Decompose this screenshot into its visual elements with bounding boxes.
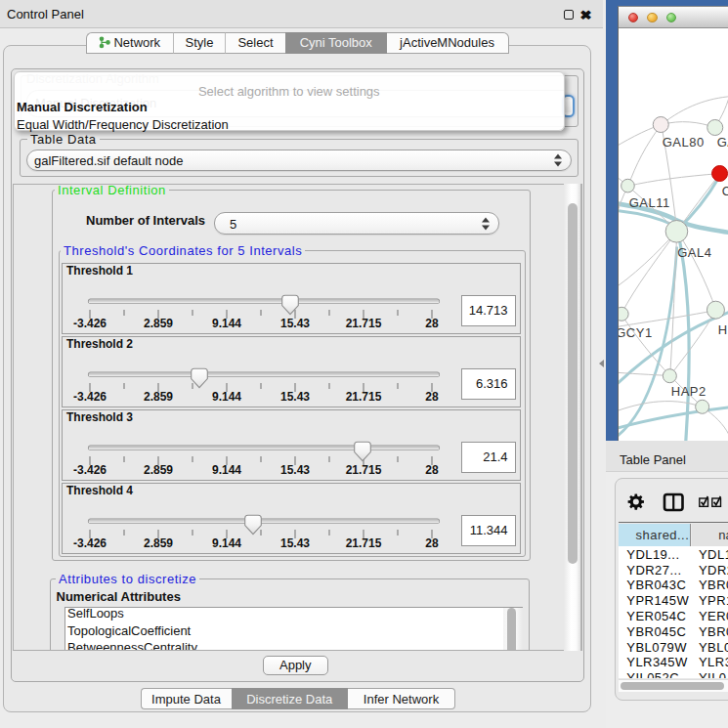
svg-text:15.43: 15.43: [280, 463, 310, 477]
svg-text:21.715: 21.715: [346, 463, 382, 477]
svg-text:H: H: [717, 321, 727, 336]
svg-text:2.859: 2.859: [144, 536, 173, 550]
svg-text:28: 28: [425, 536, 439, 550]
svg-text:21.715: 21.715: [346, 390, 382, 404]
svg-text:15.43: 15.43: [280, 390, 310, 404]
svg-text:9.144: 9.144: [212, 317, 241, 330]
svg-text:GCY1: GCY1: [619, 324, 653, 339]
svg-text:28: 28: [425, 463, 439, 477]
svg-text:21.715: 21.715: [346, 317, 382, 330]
svg-text:GAL4: GAL4: [677, 245, 711, 260]
svg-text:2.859: 2.859: [144, 463, 173, 477]
svg-text:9.144: 9.144: [212, 536, 241, 550]
svg-text:HAP2: HAP2: [670, 384, 706, 399]
svg-text:GAL11: GAL11: [628, 194, 669, 209]
svg-text:9.144: 9.144: [212, 390, 241, 404]
svg-text:15.43: 15.43: [280, 536, 310, 550]
svg-text:C: C: [721, 183, 728, 197]
svg-text:-3.426: -3.426: [73, 536, 107, 550]
svg-text:9.144: 9.144: [212, 463, 241, 477]
svg-text:-3.426: -3.426: [73, 317, 107, 330]
svg-text:28: 28: [425, 390, 439, 404]
svg-text:GA: GA: [716, 135, 728, 150]
svg-text:15.43: 15.43: [280, 317, 310, 330]
svg-text:2.859: 2.859: [144, 390, 173, 404]
svg-text:-3.426: -3.426: [73, 390, 107, 404]
svg-text:2.859: 2.859: [144, 317, 173, 330]
svg-text:21.715: 21.715: [346, 536, 382, 550]
svg-text:28: 28: [425, 317, 439, 330]
svg-text:GAL80: GAL80: [662, 135, 704, 150]
svg-text:-3.426: -3.426: [73, 463, 107, 477]
